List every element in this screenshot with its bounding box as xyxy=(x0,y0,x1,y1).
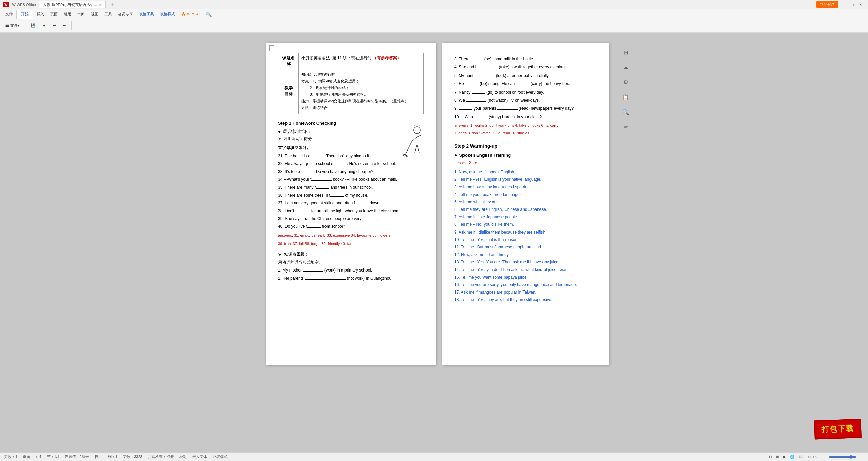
lesson-label: Lesson 2（e） xyxy=(454,160,597,166)
download-stamp[interactable]: 打包下载 xyxy=(814,419,862,440)
fill-item-37: 37. I am not very good at skiing and oft… xyxy=(278,200,424,206)
status-page-detail: 页面：1/14 xyxy=(23,454,41,459)
red-answers-1: answers: 1. works 2. don't work 3. is 4.… xyxy=(454,122,597,129)
zoom-level: 110% xyxy=(808,455,817,459)
status-wordcount: 字数：3323 xyxy=(123,454,142,459)
fill-item-34: 34.---What's your f book? ---I like book… xyxy=(278,176,424,183)
sidebar-icon-6[interactable]: ✏ xyxy=(619,121,632,133)
view-web-icon[interactable]: 🌐 xyxy=(790,455,795,459)
toolbar-separator-2 xyxy=(71,21,72,30)
view-read-icon[interactable]: 📖 xyxy=(799,455,804,459)
ex-q-10: 10. – Who (study) hardest in your class? xyxy=(454,114,597,120)
window-controls: — □ × xyxy=(841,1,864,8)
ribbon-tab-page[interactable]: 页面 xyxy=(47,11,60,18)
ribbon-tab-file[interactable]: 文件 xyxy=(3,11,16,18)
tab-close-icon[interactable]: × xyxy=(99,3,101,7)
course-name-cell: 小升初英语语法–第 11 讲：现在进行时 （有参考答案） xyxy=(299,53,424,69)
ribbon-tab-insert[interactable]: 插入 xyxy=(34,11,47,18)
document-tab[interactable]: 人教版(PEP)小升初英语语法讲... × xyxy=(39,1,106,8)
sidebar-icon-2[interactable]: ☁ xyxy=(619,61,632,73)
status-bar-right: ⊟ ⊞ ▶ 🌐 📖 110% － ＋ xyxy=(769,454,864,459)
dialogue-18: 18. Tell me –Yes, they are, but they are… xyxy=(454,297,597,303)
search-icon[interactable]: 🔍 xyxy=(206,12,212,17)
sidebar-icon-3[interactable]: ⚙ xyxy=(619,76,632,88)
page-left: 课题名称 小升初英语语法–第 11 讲：现在进行时 （有参考答案） 教学目标 知… xyxy=(266,43,436,365)
ribbon-tab-ref[interactable]: 引用 xyxy=(61,11,74,18)
svg-line-6 xyxy=(417,135,421,137)
dialogue-12: 12. Now, ask me if I am thirsty. xyxy=(454,252,597,258)
toolbar-undo[interactable]: ↩ xyxy=(50,22,59,29)
ribbon-tab-view[interactable]: 视图 xyxy=(88,11,101,18)
zoom-out-icon[interactable]: － xyxy=(821,454,825,459)
toolbar-redo[interactable]: ↪ xyxy=(60,22,68,29)
title-bar-left: W W WPS Office 人教版(PEP)小升初英语语法讲... × + xyxy=(0,1,116,8)
sidebar-icon-1[interactable]: ⊞ xyxy=(619,46,632,58)
status-page-num: 页数：1 xyxy=(4,454,17,459)
zoom-slider[interactable] xyxy=(829,456,856,458)
ribbon-buttons: ☰ 文件▾ 💾 🖨 ↩ ↪ xyxy=(0,19,868,32)
dialogue-9: 9. Ask me if I dislike them because they… xyxy=(454,229,597,236)
status-font-embed: 嵌入字体 xyxy=(192,454,207,459)
register-button[interactable]: 立即登录 xyxy=(816,1,838,8)
ribbon-tab-review[interactable]: 审阅 xyxy=(75,11,87,18)
minimize-button[interactable]: — xyxy=(841,1,848,8)
step2-section: Step 2 Warming-up ● Spoken English Train… xyxy=(454,143,597,303)
play-icon[interactable]: ▶ xyxy=(783,455,786,459)
spoken-english-heading: ● Spoken English Training xyxy=(454,152,597,158)
wps-office-label: W WPS Office xyxy=(12,3,36,7)
view-normal-icon[interactable]: ⊟ xyxy=(769,455,772,459)
objective-label-cell: 教学目标 xyxy=(278,69,299,114)
maximize-button[interactable]: □ xyxy=(849,1,856,8)
view-grid-icon[interactable]: ⊞ xyxy=(776,455,779,459)
toolbar-save[interactable]: 💾 xyxy=(28,22,38,29)
svg-line-7 xyxy=(415,144,417,153)
section-arrow-icon: ➤ xyxy=(278,252,281,257)
svg-point-14 xyxy=(416,129,416,130)
dialogue-2: 2. Tell me –Yes, English is your native … xyxy=(454,176,597,183)
ribbon-tab-table-style[interactable]: 表格样式 xyxy=(157,11,178,18)
sidebar-icon-5[interactable]: 🔍 xyxy=(619,106,632,118)
char-illustration xyxy=(398,124,426,165)
dialogue-14: 14. Tell me –Yes, you do. Then ask me wh… xyxy=(454,267,597,273)
red-answers-2: 7. goes 8. don't watch 9. Do, read 10. s… xyxy=(454,129,597,137)
section-heading-review: ➤ 知识点回顾： xyxy=(278,252,424,257)
toolbar-file-menu[interactable]: ☰ 文件▾ xyxy=(3,22,22,29)
zoom-thumb xyxy=(849,455,853,459)
score-blank xyxy=(313,140,354,140)
dialogue-13: 13. Tell me –Yes. You are .Then ask me i… xyxy=(454,259,597,265)
dialogue-5: 5. Ask me what they are. xyxy=(454,199,597,205)
character-svg xyxy=(398,124,426,165)
page-corner-mark xyxy=(269,45,274,51)
fill-item-39: 39. She says that the Chinese people are… xyxy=(278,216,424,222)
dialogue-17: 17. Ask me if mangoes are popular in Tai… xyxy=(454,289,597,296)
ribbon-tab-wps-ai[interactable]: 🔥 WPS AI xyxy=(178,11,202,17)
course-title-answer: （有参考答案） xyxy=(373,56,401,60)
course-title-main: 小升初英语语法–第 11 讲：现在进行时 xyxy=(301,56,372,60)
toolbar-print[interactable]: 🖨 xyxy=(40,22,49,28)
review-item-1: 1. My mother (work) in a primary school. xyxy=(278,267,424,274)
dialogue-6: 6. Tell me they are English, Chinese and… xyxy=(454,206,597,213)
status-bar: 页数：1 页面：1/14 节：1/1 设置值：2厘米 行：1，列：1 字数：33… xyxy=(0,452,868,461)
sidebar-icon-4[interactable]: 📋 xyxy=(619,91,632,103)
review-instruction: 用动词的适当形式填空。 xyxy=(278,259,424,266)
ribbon-tab-table-tools[interactable]: 表格工具 xyxy=(136,11,157,18)
svg-line-8 xyxy=(417,144,419,153)
status-section: 节：1/1 xyxy=(47,454,59,459)
title-bar-right: 立即登录 — □ × xyxy=(816,1,868,8)
status-cursor: 行：1，列：1 xyxy=(95,454,117,459)
dialogue-16: 16. Tell me you are sorry, you only have… xyxy=(454,282,597,288)
ribbon-tab-tools[interactable]: 工具 xyxy=(102,11,115,18)
svg-point-0 xyxy=(414,127,420,134)
ribbon-tab-vip[interactable]: 会员专享 xyxy=(115,11,136,18)
close-button[interactable]: × xyxy=(857,1,864,8)
ribbon-tab-home[interactable]: 开始 xyxy=(16,10,33,19)
ex-q-6: 6. He (be) strong. He can (carry) the he… xyxy=(454,80,597,87)
svg-point-15 xyxy=(418,129,418,130)
zoom-in-icon[interactable]: ＋ xyxy=(860,454,864,459)
status-spellcheck: 拼写检查：打开 xyxy=(148,454,174,459)
arrow-text: 词汇听写：得分 xyxy=(283,136,354,142)
spoken-bullet-icon: ● xyxy=(454,152,457,158)
review-item-2: 2. Her parents (not work) in Guangzhou. xyxy=(278,275,424,282)
svg-line-10 xyxy=(403,154,408,156)
add-tab-button[interactable]: + xyxy=(108,1,116,8)
